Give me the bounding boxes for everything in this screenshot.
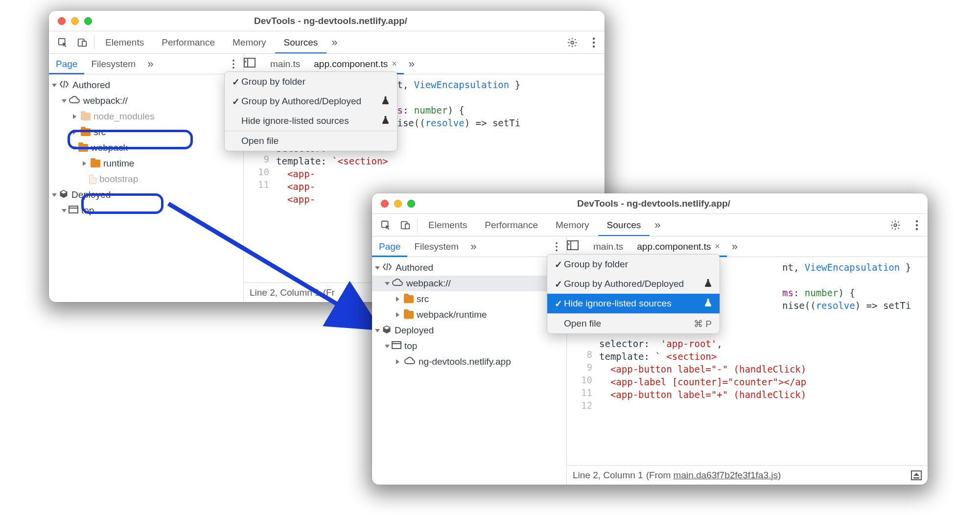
tree-item-webpack-folder[interactable]: webpack — [49, 140, 243, 156]
context-menu[interactable]: ✓ Group by folder ✓ Group by Authored/De… — [224, 71, 397, 151]
tree-item-deployed[interactable]: Deployed — [372, 323, 566, 338]
flask-icon — [382, 116, 389, 127]
tree-label: src — [417, 294, 429, 304]
maximize-traffic-light[interactable] — [407, 200, 415, 208]
svg-point-8 — [233, 63, 234, 65]
folder-icon — [81, 113, 91, 120]
tree-label: webpack:// — [406, 278, 451, 289]
tree-item-webpack-runtime[interactable]: webpack/runtime — [372, 307, 566, 323]
tab-elements[interactable]: Elements — [420, 214, 476, 236]
folder-icon — [404, 311, 414, 319]
sidebar-more-tabs-icon[interactable]: » — [142, 58, 158, 70]
sidebar-tab-page[interactable]: Page — [372, 236, 407, 257]
menu-item-group-folder[interactable]: ✓ Group by folder — [225, 72, 397, 92]
tree-item-runtime[interactable]: runtime — [49, 156, 243, 171]
tab-elements[interactable]: Elements — [96, 31, 153, 54]
tab-sources[interactable]: Sources — [598, 214, 650, 236]
editor-more-tabs-icon[interactable]: » — [404, 58, 420, 70]
menu-item-group-folder[interactable]: ✓ Group by folder — [547, 255, 720, 274]
minimize-traffic-light[interactable] — [71, 17, 79, 25]
sidebar-tab-filesystem[interactable]: Filesystem — [84, 54, 142, 74]
svg-rect-2 — [82, 41, 86, 46]
tree-label: Deployed — [71, 189, 111, 200]
tab-sources[interactable]: Sources — [275, 31, 327, 54]
tree-item-webpack-root[interactable]: webpack:// — [49, 93, 243, 109]
settings-icon[interactable] — [561, 31, 583, 54]
tab-performance[interactable]: Performance — [476, 214, 547, 236]
sources-sidebar: Page Filesystem » Authored — [49, 54, 244, 302]
editor-tab-label: app.component.ts — [314, 59, 388, 70]
editor-tab-label: main.ts — [270, 59, 300, 70]
svg-point-6 — [593, 45, 595, 47]
close-traffic-light[interactable] — [381, 200, 389, 208]
tree-label: node_modules — [93, 111, 155, 122]
status-source: (Fr — [323, 287, 335, 298]
tree-item-bootstrap[interactable]: bootstrap — [49, 171, 243, 187]
sidebar-tab-page[interactable]: Page — [49, 54, 84, 74]
kebab-menu-icon[interactable] — [906, 214, 928, 236]
cloud-icon — [69, 95, 80, 106]
svg-point-3 — [571, 41, 574, 44]
minimize-traffic-light[interactable] — [394, 200, 402, 208]
tree-item-ngdevtools[interactable]: ng-devtools.netlify.app — [372, 354, 566, 370]
menu-item-hide-ignore-listed[interactable]: ✓ Hide ignore-listed sources — [547, 294, 720, 313]
source-map-link[interactable]: main.da63f7b2fe3f1fa3.js — [674, 470, 778, 480]
tree-item-src[interactable]: src — [372, 291, 566, 307]
tree-item-top[interactable]: top — [372, 338, 566, 354]
box-icon — [59, 189, 69, 201]
tree-item-deployed[interactable]: Deployed — [49, 187, 243, 203]
titlebar: DevTools - ng-devtools.netlify.app/ — [372, 193, 928, 214]
tree-item-authored[interactable]: Authored — [49, 77, 243, 93]
tree-item-node-modules[interactable]: node_modules — [49, 109, 243, 124]
tab-memory[interactable]: Memory — [224, 31, 275, 54]
file-tree[interactable]: Authored webpack:// node_modules — [49, 74, 243, 302]
flask-icon — [382, 96, 389, 107]
context-menu[interactable]: ✓ Group by folder ✓ Group by Authored/De… — [547, 254, 720, 334]
navigator-toggle-icon[interactable] — [244, 58, 263, 70]
menu-item-open-file[interactable]: Open file ⌘ P — [547, 314, 720, 333]
traffic-lights — [49, 17, 101, 25]
menu-item-group-authored-deployed[interactable]: ✓ Group by Authored/Deployed — [225, 92, 397, 111]
device-toolbar-icon[interactable] — [396, 214, 415, 236]
svg-point-24 — [556, 249, 558, 251]
sidebar-tab-filesystem[interactable]: Filesystem — [407, 236, 466, 257]
menu-item-group-authored-deployed[interactable]: ✓ Group by Authored/Deployed — [547, 274, 720, 294]
svg-point-18 — [894, 224, 897, 227]
tab-memory[interactable]: Memory — [547, 214, 598, 236]
tree-item-top[interactable]: top — [49, 203, 243, 218]
checkmark-icon: ✓ — [231, 76, 241, 88]
navigator-toggle-icon[interactable] — [567, 240, 586, 253]
close-traffic-light[interactable] — [58, 17, 66, 25]
flask-icon — [704, 298, 712, 309]
divider — [94, 36, 94, 49]
more-tabs-icon[interactable]: » — [327, 36, 342, 49]
eject-icon[interactable] — [911, 470, 922, 480]
checkmark-icon: ✓ — [553, 298, 564, 309]
svg-point-7 — [233, 59, 234, 61]
devtools-window-after: DevTools - ng-devtools.netlify.app/ Elem… — [372, 193, 928, 485]
sidebar-more-tabs-icon[interactable]: » — [466, 240, 481, 253]
menu-item-open-file[interactable]: Open file — [225, 131, 397, 151]
settings-icon[interactable] — [885, 214, 906, 236]
kebab-menu-icon[interactable] — [583, 31, 605, 54]
device-toolbar-icon[interactable] — [72, 31, 92, 54]
editor-more-tabs-icon[interactable]: » — [727, 240, 743, 253]
menu-item-hide-ignore-listed[interactable]: Hide ignore-listed sources — [225, 111, 397, 131]
svg-point-22 — [556, 242, 558, 244]
close-icon[interactable]: × — [715, 241, 720, 252]
tree-item-authored[interactable]: Authored — [372, 260, 566, 276]
tree-label: Authored — [72, 80, 110, 91]
svg-point-23 — [556, 246, 558, 248]
tree-item-webpack-root[interactable]: webpack:// — [372, 276, 566, 291]
inspect-element-icon[interactable] — [53, 31, 72, 54]
file-tree[interactable]: Authored webpack:// src we — [372, 257, 566, 485]
inspect-element-icon[interactable] — [376, 214, 396, 236]
tab-performance[interactable]: Performance — [153, 31, 224, 54]
more-tabs-icon[interactable]: » — [650, 219, 665, 232]
status-position: Line 2, Column 1 — [573, 470, 643, 481]
close-icon[interactable]: × — [392, 59, 397, 69]
status-bar: Line 2, Column 1 (From main.da63f7b2fe3f… — [567, 465, 928, 485]
tree-item-src[interactable]: src — [49, 124, 243, 140]
maximize-traffic-light[interactable] — [84, 17, 92, 25]
status-source: (From main.da63f7b2fe3f1fa3.js) — [646, 470, 781, 481]
